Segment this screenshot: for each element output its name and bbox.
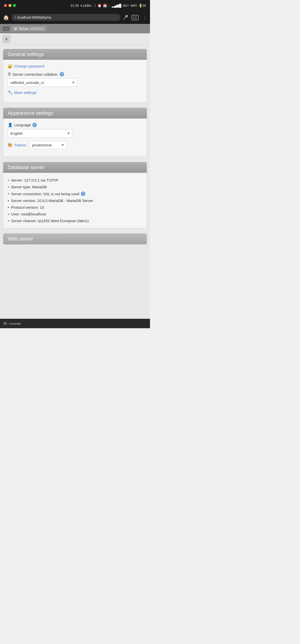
status-left (4, 4, 16, 7)
database-server-title: Database server (8, 164, 44, 170)
nav-arrow-button[interactable]: → (2, 26, 9, 31)
server-label: 🖥 Server: 127.0.0.1 (11, 26, 46, 31)
more-settings-icon: 🔧 (8, 90, 13, 95)
theme-row: 🎨 Theme: pmahommeoriginalmetro (8, 141, 142, 149)
language-help-icon[interactable]: ? (32, 123, 37, 127)
alarm-icon: ⏰ (97, 4, 101, 8)
menu-bar: ≡ (0, 33, 150, 45)
language-icon: 👤 (8, 122, 13, 127)
list-item: Server connection: SSL is not being used… (8, 190, 142, 197)
change-password-link[interactable]: 🔐 Change password (8, 64, 44, 68)
change-password-icon: 🔐 (8, 64, 13, 68)
collation-select[interactable]: utf8mb4_unicode_ciutf8_general_cilatin1_… (8, 78, 77, 87)
list-item: Server: 127.0.0.1 via TCP/IP (8, 177, 142, 184)
console-label: Console (9, 322, 21, 326)
database-server-header: Database server (3, 162, 147, 173)
language-row: 👤 Language ? EnglishFrenchGermanSpanishC… (8, 122, 142, 138)
more-settings-label: More settings (14, 90, 36, 95)
nav-bar: → 🖥 Server: 127.0.0.1 (0, 24, 150, 33)
network-type-label: 4G+ (123, 4, 129, 8)
hamburger-menu-button[interactable]: ≡ (2, 35, 10, 43)
server-icon: 🖥 (14, 27, 17, 31)
language-label-text: Language (14, 123, 31, 127)
calendar-icon: 📅 (103, 4, 107, 8)
status-right: 21:26 4.1KB/s ☽ ⏰ 📅 ·· ▂▄▆█ 4G+ WiFi 🔋30 (71, 4, 146, 8)
close-button[interactable] (4, 4, 7, 7)
time-label: 21:26 (71, 4, 79, 8)
general-settings-header: General settings (3, 49, 147, 60)
web-server-header: Web server (3, 234, 147, 244)
theme-label: 🎨 Theme: (8, 143, 27, 148)
info-icon: ℹ (15, 16, 16, 19)
ssl-help-icon[interactable]: ? (81, 192, 85, 196)
wifi-icon: WiFi (131, 4, 137, 8)
database-server-section: Database server Server: 127.0.0.1 via TC… (3, 162, 147, 228)
language-label: 👤 Language ? (8, 122, 142, 127)
list-item: Server charset: cp1252 West European (la… (8, 218, 142, 224)
list-item: Server type: MariaDB (8, 184, 142, 190)
console-icon (3, 322, 7, 325)
console-bar[interactable]: Console (0, 319, 150, 328)
status-bar: 21:26 4.1KB/s ☽ ⏰ 📅 ·· ▂▄▆█ 4G+ WiFi 🔋30 (0, 0, 150, 11)
theme-inline-row: 🎨 Theme: pmahommeoriginalmetro (8, 141, 142, 149)
database-server-body: Server: 127.0.0.1 via TCP/IP Server type… (3, 173, 147, 228)
language-select[interactable]: EnglishFrenchGermanSpanishChinese (8, 129, 72, 138)
web-server-section: Web server (3, 233, 147, 244)
theme-label-text: Theme: (14, 143, 27, 147)
battery-label: 🔋30 (139, 4, 146, 8)
list-item: Protocol version: 10 (8, 204, 142, 211)
collation-row: ☰ Server connection collation: ? utf8mb4… (8, 72, 142, 87)
dots-icon: ·· (108, 4, 110, 8)
more-settings-row: 🔧 More settings (8, 90, 142, 95)
more-settings-link[interactable]: 🔧 More settings (8, 90, 36, 95)
collation-label: ☰ Server connection collation: ? (8, 72, 142, 76)
traffic-lights (4, 4, 16, 7)
collation-list-icon: ☰ (8, 72, 11, 76)
collation-label-text: Server connection collation: (12, 72, 58, 76)
appearance-settings-title: Appearance settings (8, 110, 53, 116)
browser-menu-icon[interactable]: ⋮ (142, 14, 147, 20)
general-settings-title: General settings (8, 52, 44, 57)
speed-label: 4.1KB/s (80, 4, 91, 8)
list-item: User: root@localhost (8, 211, 142, 218)
change-password-row: 🔐 Change password (8, 64, 142, 68)
minimize-button[interactable] (8, 4, 11, 7)
general-settings-section: General settings 🔐 Change password ☰ Ser… (3, 49, 147, 102)
web-server-title: Web server (8, 236, 33, 242)
appearance-settings-body: 👤 Language ? EnglishFrenchGermanSpanishC… (3, 118, 147, 157)
browser-bar: 🏠 ℹ localhost:8080/phpmy 🎤 60 ⋮ (0, 11, 150, 24)
url-text: localhost:8080/phpmy (17, 16, 51, 20)
database-server-list: Server: 127.0.0.1 via TCP/IP Server type… (8, 177, 142, 224)
appearance-settings-header: Appearance settings (3, 108, 147, 118)
collation-help-icon[interactable]: ? (60, 72, 64, 76)
mic-icon[interactable]: 🎤 (123, 15, 128, 20)
moon-icon: ☽ (93, 4, 96, 8)
theme-select[interactable]: pmahommeoriginalmetro (29, 141, 67, 149)
main-content: General settings 🔐 Change password ☰ Ser… (0, 45, 150, 319)
appearance-settings-section: Appearance settings 👤 Language ? English… (3, 108, 147, 157)
general-settings-body: 🔐 Change password ☰ Server connection co… (3, 60, 147, 102)
list-item: Server version: 10.9.2-MariaDB - MariaDB… (8, 197, 142, 204)
signal-icon: ▂▄▆█ (112, 4, 121, 8)
url-bar[interactable]: ℹ localhost:8080/phpmy (12, 14, 120, 21)
home-icon[interactable]: 🏠 (3, 14, 9, 20)
theme-icon: 🎨 (8, 143, 13, 148)
browser-actions: 🎤 60 ⋮ (123, 14, 147, 20)
maximize-button[interactable] (13, 4, 16, 7)
change-password-label: Change password (14, 64, 44, 68)
server-text: Server: 127.0.0.1 (19, 27, 44, 31)
tab-count-button[interactable]: 60 (132, 15, 139, 20)
